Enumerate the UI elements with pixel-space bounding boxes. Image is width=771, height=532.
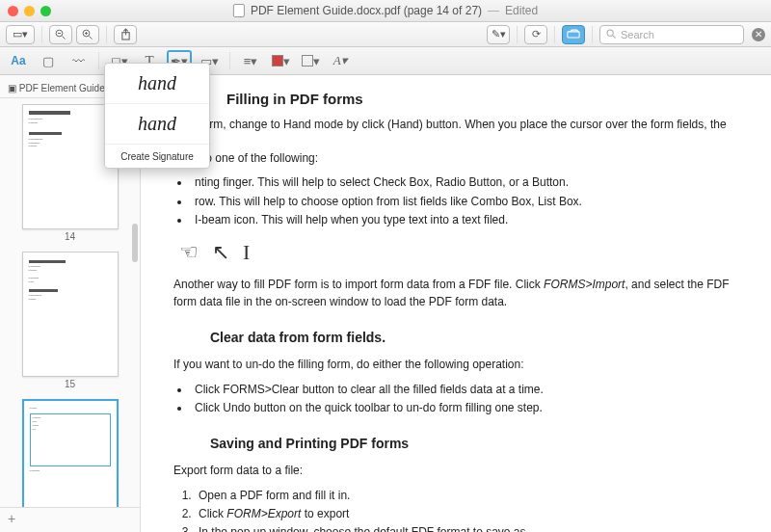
cursor-icons-row: ☜ ↖ I bbox=[179, 240, 738, 265]
close-search-icon[interactable]: ✕ bbox=[752, 28, 765, 41]
line-style-tool[interactable]: ≡▾ bbox=[238, 50, 263, 71]
list-item: Click FORMS>Clear button to clear all th… bbox=[191, 382, 738, 398]
zoom-out-button[interactable] bbox=[49, 25, 72, 44]
font-style-tool[interactable]: A▾ bbox=[328, 50, 353, 71]
search-placeholder: Search bbox=[621, 29, 654, 40]
highlight-tool-button[interactable]: ✎▾ bbox=[487, 25, 510, 44]
heading-saving-printing: Saving and Printing PDF forms bbox=[210, 436, 738, 451]
search-input[interactable]: Search bbox=[599, 25, 744, 44]
list-item: Click FORM>Export to export bbox=[195, 506, 738, 522]
document-content: Filling in PDF forms PDF form, change to… bbox=[141, 75, 771, 532]
zoom-in-button[interactable] bbox=[76, 25, 99, 44]
svg-line-11 bbox=[613, 36, 616, 39]
svg-line-1 bbox=[63, 36, 66, 39]
search-icon bbox=[606, 29, 617, 40]
crop-tool[interactable]: ▢ bbox=[36, 50, 61, 71]
markup-button[interactable] bbox=[562, 25, 585, 44]
create-signature-button[interactable]: Create Signature bbox=[105, 145, 209, 168]
heading-clear-data: Clear data from form fields. bbox=[210, 330, 738, 345]
page-number: 15 bbox=[17, 379, 122, 389]
window-titlebar: PDF Element Guide.docx.pdf (page 14 of 2… bbox=[0, 0, 771, 22]
signature-option-1[interactable]: hand bbox=[105, 64, 209, 104]
primary-toolbar: ▭▾ ✎▾ ⟳ Search ✕ bbox=[0, 22, 771, 47]
page-thumbnail-current[interactable]: ▪▪▪▪▪▪▪ ▪▪▪▪▪▪▪▪▪▪▪▪▪▪▪▪▪▪▪▪▪ ▪▪▪▪▪▪▪▪▪▪ bbox=[22, 399, 119, 507]
list-item: nting finger. This will help to select C… bbox=[191, 174, 738, 191]
draw-tool[interactable]: 〰 bbox=[66, 50, 91, 71]
close-button[interactable] bbox=[8, 6, 18, 16]
fill-color-tool[interactable]: ▾ bbox=[268, 50, 293, 71]
svg-line-4 bbox=[90, 36, 93, 39]
hand-cursor-icon: ☜ bbox=[179, 240, 199, 265]
paragraph: Another way to fill PDF form is to impor… bbox=[173, 277, 738, 310]
stroke-color-tool[interactable]: ▾ bbox=[298, 50, 323, 71]
paragraph: If you want to un-do the filling form, d… bbox=[173, 357, 738, 373]
list-item: Click Undo button on the quick toolbar t… bbox=[191, 400, 738, 416]
heading-filling-forms: Filling in PDF forms bbox=[226, 91, 738, 107]
list-item: row. This will help to choose option fro… bbox=[191, 194, 738, 210]
list-item: In the pop up window, choose the default… bbox=[195, 524, 738, 532]
signature-popup: hand hand Create Signature bbox=[104, 63, 210, 169]
svg-point-10 bbox=[607, 30, 613, 36]
list-item: I-beam icon. This will help when you typ… bbox=[191, 212, 738, 228]
window-title: PDF Element Guide.docx.pdf (page 14 of 2… bbox=[251, 4, 482, 17]
page-number: 14 bbox=[17, 231, 122, 242]
page-thumbnail[interactable]: ▪▪▪▪▪▪▪▪▪▪▪▪▪▪▪▪▪▪▪▪▪▪▪▪▪▪▪▪▪▪▪▪▪▪▪ ▪▪▪▪… bbox=[22, 252, 119, 377]
share-button[interactable] bbox=[114, 25, 137, 44]
traffic-lights bbox=[8, 6, 51, 16]
svg-rect-9 bbox=[568, 32, 579, 38]
arrow-cursor-icon: ↖ bbox=[212, 240, 229, 265]
scrollbar[interactable] bbox=[132, 224, 138, 262]
maximize-button[interactable] bbox=[40, 6, 51, 16]
signature-option-2[interactable]: hand bbox=[105, 104, 209, 145]
text-select-tool[interactable]: Aa bbox=[6, 50, 31, 71]
ibeam-cursor-icon: I bbox=[243, 240, 250, 265]
minimize-button[interactable] bbox=[24, 6, 35, 16]
view-mode-button[interactable]: ▭▾ bbox=[6, 25, 35, 44]
paragraph: Export form data to a file: bbox=[173, 463, 738, 479]
list-item: Open a PDF form and fill it in. bbox=[195, 488, 738, 504]
window-status: Edited bbox=[505, 4, 538, 17]
add-page-button[interactable]: + bbox=[0, 507, 140, 528]
document-icon bbox=[233, 4, 245, 17]
rotate-button[interactable]: ⟳ bbox=[524, 25, 547, 44]
